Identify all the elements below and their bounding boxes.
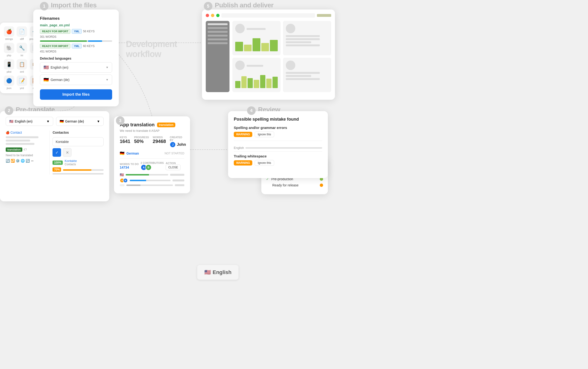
lang-name-link[interactable]: German (126, 152, 139, 155)
review-title: Possible spelling mistake found (234, 117, 322, 122)
source-col: 🍎 Contact translation 🏷 Need to be trans… (6, 131, 50, 174)
import-panel: Filenames main_page_en.yml READY FOR IMP… (33, 10, 119, 106)
step-1-label: Import the files (51, 1, 97, 9)
card3-chart (235, 74, 278, 88)
ignore-btn-1[interactable]: Ignore this (255, 132, 274, 137)
check-button[interactable]: ✓ (52, 148, 61, 157)
contrib-row: WORDS TO DO 14734 2 CONTRIBUTORS A B ACT… (120, 162, 184, 171)
tpb-row-2: A B (120, 178, 184, 183)
window-expand-dot (216, 14, 220, 17)
source-lang-label: English (en) (15, 119, 32, 123)
target-title: Contactos (52, 131, 104, 134)
flag-us-2: 🇺🇸 (9, 119, 13, 123)
step-2-circle: 2 (5, 106, 13, 115)
nav-item-2[interactable] (208, 27, 228, 29)
search-bar[interactable] (221, 13, 315, 18)
stat-words: WORDS 29468 (153, 136, 166, 148)
translate-panel: App translation translation We need to t… (114, 116, 190, 193)
tpb-row-3 (120, 184, 184, 186)
nav-item-4[interactable] (208, 35, 228, 37)
english-badge: 🇺🇸 English (197, 265, 239, 280)
card1-title-line (247, 28, 266, 30)
translation-row: 🍎 Contact translation 🏷 Need to be trans… (6, 131, 104, 174)
nav-item-6[interactable] (208, 42, 228, 44)
review-section-2: Trailing whitespace WARNING Ignore this (234, 154, 322, 169)
lang-dropdown-english[interactable]: 🇺🇸 English (en) ▼ (40, 62, 112, 73)
bar-3 (252, 38, 260, 51)
progress-green-1 (40, 40, 87, 42)
card2-avatar (286, 24, 295, 33)
pct-70-badge: 70% (52, 167, 61, 172)
lang-selector-row: 🇺🇸 English (en) ▼ 🇩🇪 German (de) ▼ (6, 117, 104, 126)
nav-item-5[interactable] (208, 39, 228, 40)
step-4-circle: 4 (247, 106, 256, 115)
card2-line-3 (286, 41, 311, 43)
filename-link[interactable]: main_page_en.yml (40, 23, 112, 27)
action-section: ACTION CLOSE (166, 162, 180, 170)
file1-badges: READY FOR IMPORT YML 56 KEYS 301 WORDS (40, 29, 112, 39)
tpb-avatar-2: B (123, 178, 128, 183)
stat-keys: KEYS 1641 (120, 136, 130, 148)
progress-value: 50% (134, 139, 149, 144)
card2-line-2 (286, 38, 320, 40)
ready-release-label: Ready for release (272, 183, 299, 187)
file2-keys: 60 KEYS (83, 44, 95, 48)
placeholder-bottom-bar (52, 173, 104, 174)
step-3-circle: 3 (116, 116, 125, 125)
bar-c3-3 (248, 78, 253, 88)
app-trans-subtitle: We need to translate it ASAP (120, 129, 184, 133)
contrib-section: WORDS TO DO 14734 (120, 163, 139, 169)
file1-progress (40, 40, 112, 42)
publish-panel (202, 10, 335, 100)
card3-title-line (247, 65, 263, 67)
english-bar (245, 147, 322, 149)
review-btn-row-2: WARNING Ignore this (234, 160, 322, 166)
nav-item-1[interactable] (208, 23, 228, 25)
action-label: ACTION (166, 162, 180, 164)
tpb-bar-1 (126, 174, 168, 175)
lang-dropdown-german[interactable]: 🇩🇪 German (de) ▼ (40, 75, 112, 85)
p5-card-1 (232, 21, 281, 55)
bar-c3-5 (260, 75, 265, 88)
review-panel: Possible spelling mistake found Spelling… (228, 111, 328, 178)
kontakte-input[interactable] (52, 137, 104, 146)
english-label: English (234, 146, 244, 150)
import-button[interactable]: Import the files (40, 89, 112, 100)
nav-item-3[interactable] (208, 31, 228, 33)
badge-yml-1: YML (72, 29, 82, 34)
match-100-sub: Contacts (65, 163, 77, 166)
panel5-main (232, 21, 331, 92)
match-70-fill (63, 169, 91, 171)
warning-badge-2: WARNING (234, 160, 252, 165)
file2-badges: READY FOR IMPORT YML 60 KEYS 451 WORDS (40, 44, 112, 53)
tpb-extra-2 (172, 180, 184, 181)
bar-c3-1 (235, 81, 241, 88)
app-trans-header: App translation translation (120, 122, 184, 127)
flag-de-2: 🇩🇪 (60, 119, 64, 123)
window-minimize-dot (211, 14, 214, 17)
target-lang-selector[interactable]: 🇩🇪 German (de) ▼ (56, 117, 104, 126)
card4-avatar (286, 61, 295, 70)
lang-row: 🇩🇪 German NOT STARTED (120, 151, 184, 159)
stats-row: KEYS 1641 PROGRESS 50% WORDS 29468 CREAT… (120, 136, 184, 148)
lang1-label: English (en) (51, 66, 68, 69)
match-100-link[interactable]: Kontakte (65, 159, 77, 163)
words-label: WORDS (153, 136, 166, 139)
ignore-btn-2[interactable]: Ignore this (255, 160, 274, 166)
contact-link[interactable]: Contact (10, 131, 22, 134)
close-button[interactable]: CLOSE (166, 164, 180, 170)
source-lang-selector[interactable]: 🇺🇸 English (en) ▼ (6, 117, 53, 126)
x-button[interactable]: ✕ (63, 148, 72, 157)
badge-import-2: READY FOR IMPORT (40, 44, 70, 48)
file-icon-plist: 📱 plist (4, 59, 14, 73)
badge-yml-2: YML (72, 44, 82, 48)
creator-avatar: J (170, 142, 176, 148)
chevron-down-2: ▼ (106, 78, 109, 82)
panel5-content (206, 21, 331, 92)
tpb-icon-3 (120, 184, 125, 186)
bar-5 (270, 40, 278, 51)
card2-line-1 (286, 35, 320, 37)
file1-words: 301 WORDS (40, 35, 56, 39)
step-1-circle: 1 (40, 2, 48, 10)
bar-c3-7 (273, 77, 278, 88)
